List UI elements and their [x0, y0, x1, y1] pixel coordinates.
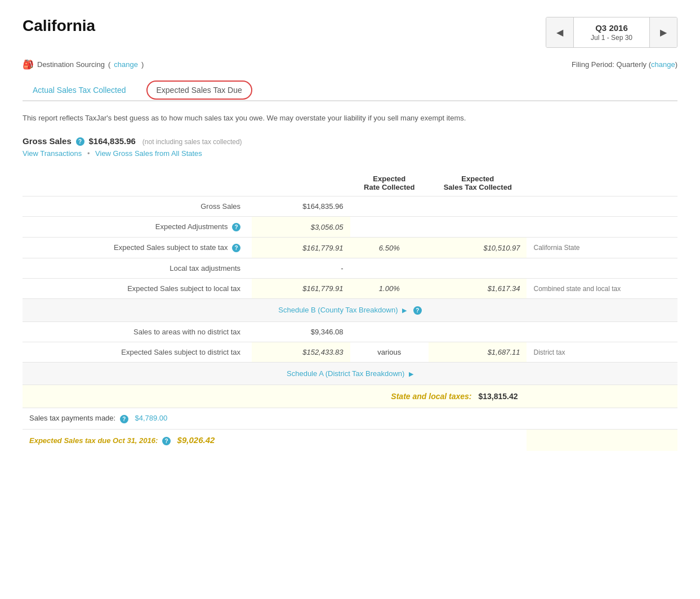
schedule-a-cell: Schedule A (District Tax Breakdown) ▶	[23, 363, 677, 385]
table-row: Gross Sales $164,835.96	[23, 196, 677, 217]
row-tax	[429, 322, 527, 342]
row-tax: $10,510.97	[429, 238, 527, 258]
gross-sales-info-icon[interactable]: ?	[76, 137, 84, 146]
row-label: Expected Sales subject to local tax	[23, 279, 252, 299]
gross-sales-amount: $164,835.96	[89, 136, 136, 146]
sourcing-label: Destination Sourcing	[37, 60, 105, 69]
sourcing-left: 🎒 Destination Sourcing (change)	[23, 59, 144, 70]
row-amount: $164,835.96	[252, 196, 350, 217]
quarter-navigator: ◀ Q3 2016 Jul 1 - Sep 30 ▶	[546, 17, 677, 48]
tab-expected-label: Expected Sales Tax Due	[146, 81, 252, 100]
filing-period-label: Filing Period: Quarterly	[572, 60, 647, 69]
row-rate	[350, 322, 429, 342]
page-header: California ◀ Q3 2016 Jul 1 - Sep 30 ▶	[23, 17, 677, 48]
schedule-a-link[interactable]: Schedule A (District Tax Breakdown)	[287, 369, 404, 378]
state-local-taxes-label-cell: State and local taxes: $13,815.42	[23, 385, 527, 408]
col-header-label	[23, 170, 252, 196]
row-label: Sales to areas with no district tax	[23, 322, 252, 342]
quarter-dates: Jul 1 - Sep 30	[591, 34, 632, 42]
row-tax	[429, 196, 527, 217]
state-local-taxes-row: State and local taxes: $13,815.42	[23, 385, 677, 408]
tab-expected[interactable]: Expected Sales Tax Due	[136, 80, 262, 101]
payment-row: Sales tax payments made: ? $4,789.00	[23, 408, 677, 429]
row-label: Local tax adjustments	[23, 258, 252, 279]
row-amount: $161,779.91	[252, 238, 350, 258]
sourcing-change-link[interactable]: change	[114, 60, 138, 69]
sourcing-row: 🎒 Destination Sourcing (change) Filing P…	[23, 59, 677, 70]
expected-due-info-icon[interactable]: ?	[162, 437, 171, 445]
row-tax: $1,617.34	[429, 279, 527, 299]
page-title: California	[23, 17, 95, 35]
adjustments-info-icon[interactable]: ?	[232, 223, 240, 231]
col-header-amount	[252, 170, 350, 196]
row-desc: Combined state and local tax	[527, 279, 677, 299]
row-desc	[527, 322, 677, 342]
gross-sales-line: Gross Sales ? $164,835.96 (not including…	[23, 136, 677, 146]
payment-info-icon[interactable]: ?	[120, 415, 128, 423]
schedule-b-info-icon[interactable]: ?	[413, 306, 422, 315]
schedule-b-arrow-icon: ▶	[402, 307, 407, 314]
gross-sales-label: Gross Sales	[23, 136, 72, 146]
expected-due-cell: Expected Sales tax due Oct 31, 2016: ? $…	[23, 429, 527, 451]
row-desc: California State	[527, 238, 677, 258]
row-label: Expected Sales subject to district tax	[23, 342, 252, 363]
quarter-info: Q3 2016 Jul 1 - Sep 30	[573, 17, 650, 47]
row-rate	[350, 196, 429, 217]
row-label: Expected Adjustments ?	[23, 217, 252, 238]
row-label: Gross Sales	[23, 196, 252, 217]
table-row: Expected Sales subject to state tax ? $1…	[23, 238, 677, 258]
payment-amount: $4,789.00	[135, 414, 167, 422]
filing-period-right: Filing Period: Quarterly (change)	[572, 60, 677, 69]
row-desc	[527, 258, 677, 279]
row-rate	[350, 258, 429, 279]
gross-sales-section: Gross Sales ? $164,835.96 (not including…	[23, 136, 677, 158]
table-header-row: ExpectedRate Collected ExpectedSales Tax…	[23, 170, 677, 196]
state-local-taxes-label: State and local taxes:	[391, 392, 471, 401]
schedule-b-link[interactable]: Schedule B (County Tax Breakdown)	[278, 306, 398, 314]
schedule-a-arrow-icon: ▶	[409, 370, 413, 377]
row-tax	[429, 217, 527, 238]
table-row: Expected Sales subject to district tax $…	[23, 342, 677, 363]
schedule-a-row: Schedule A (District Tax Breakdown) ▶	[23, 363, 677, 385]
row-desc	[527, 196, 677, 217]
prev-quarter-button[interactable]: ◀	[546, 17, 573, 47]
row-label: Expected Sales subject to state tax ?	[23, 238, 252, 258]
bag-icon: 🎒	[23, 59, 34, 70]
row-amount: $3,056.05	[252, 217, 350, 238]
payment-label: Sales tax payments made:	[29, 414, 115, 422]
expected-due-row: Expected Sales tax due Oct 31, 2016: ? $…	[23, 429, 677, 451]
col-header-desc	[527, 170, 677, 196]
row-amount: -	[252, 258, 350, 279]
view-transactions-link[interactable]: View Transactions	[23, 149, 82, 158]
expected-due-label: Expected Sales tax due Oct 31, 2016:	[29, 436, 158, 445]
next-quarter-button[interactable]: ▶	[650, 17, 677, 47]
row-desc	[527, 217, 677, 238]
report-note: This report reflects TaxJar's best guess…	[23, 113, 677, 124]
payment-cell: Sales tax payments made: ? $4,789.00	[23, 408, 527, 429]
quarter-label: Q3 2016	[591, 23, 632, 33]
table-row: Sales to areas with no district tax $9,3…	[23, 322, 677, 342]
row-rate: 6.50%	[350, 238, 429, 258]
state-tax-info-icon[interactable]: ?	[232, 244, 240, 252]
filing-period-change-link[interactable]: change	[651, 60, 675, 69]
state-local-taxes-desc	[527, 385, 677, 408]
sales-tax-table: ExpectedRate Collected ExpectedSales Tax…	[23, 170, 677, 450]
tabs-container: Actual Sales Tax Collected Expected Sale…	[23, 80, 677, 101]
row-amount: $152,433.83	[252, 342, 350, 363]
row-amount: $161,779.91	[252, 279, 350, 299]
tab-actual[interactable]: Actual Sales Tax Collected	[23, 80, 136, 101]
row-tax	[429, 258, 527, 279]
row-rate: 1.00%	[350, 279, 429, 299]
table-row: Expected Adjustments ? $3,056.05	[23, 217, 677, 238]
col-header-rate: ExpectedRate Collected	[350, 170, 429, 196]
row-desc: District tax	[527, 342, 677, 363]
payment-desc	[527, 408, 677, 429]
row-rate	[350, 217, 429, 238]
row-amount: $9,346.08	[252, 322, 350, 342]
table-row: Local tax adjustments -	[23, 258, 677, 279]
row-tax: $1,687.11	[429, 342, 527, 363]
col-header-tax: ExpectedSales Tax Collected	[429, 170, 527, 196]
view-gross-sales-link[interactable]: View Gross Sales from All States	[95, 149, 202, 158]
gross-sales-note: (not including sales tax collected)	[142, 138, 242, 146]
expected-due-amount: $9,026.42	[177, 435, 215, 445]
